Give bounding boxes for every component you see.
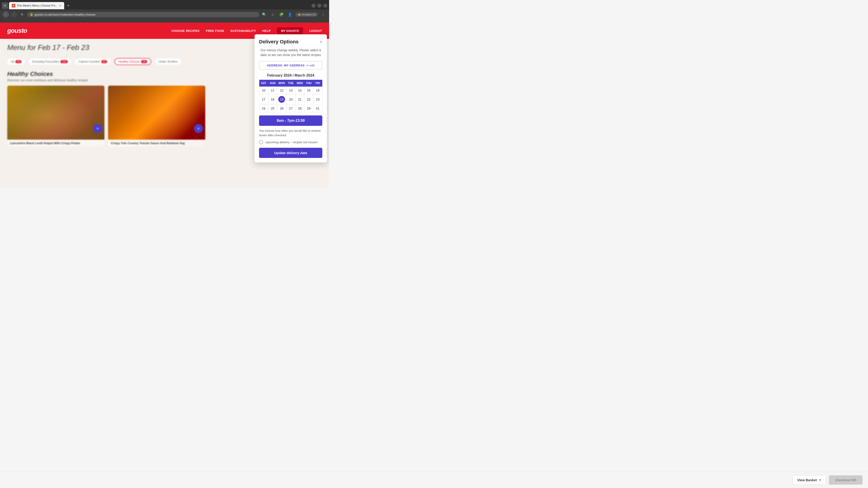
- calendar-header-row: SAT SUN MON TUE WED THU FRI: [259, 80, 322, 87]
- incognito-label: Incognito (2): [302, 13, 315, 16]
- profile-icon[interactable]: 👤: [287, 11, 293, 18]
- forward-button[interactable]: ›: [11, 11, 17, 18]
- bookmark-icon[interactable]: ☆: [270, 11, 276, 18]
- upcoming-text: Upcoming delivery – recipes not chosen: [266, 140, 318, 144]
- tab-switcher[interactable]: ▼: [2, 2, 8, 9]
- back-button[interactable]: ‹: [3, 11, 9, 18]
- browser-controls: ‹ › ↻ 🔒 gousto.co.uk/menu?collection=hea…: [0, 9, 329, 20]
- cal-day-18[interactable]: 18: [268, 94, 277, 105]
- cal-day-29[interactable]: 29: [304, 105, 313, 112]
- cal-day-10[interactable]: 10: [259, 87, 268, 94]
- calendar-row-2: 17 18 19 20 21 22 23: [259, 94, 322, 105]
- browser-icons: 🔍 ☆ 🧩 👤 🕵 Incognito (2) ⋮: [261, 11, 327, 18]
- tab-close-button[interactable]: ✕: [59, 4, 61, 7]
- refresh-button[interactable]: ↻: [19, 11, 25, 18]
- cal-day-13[interactable]: 13: [286, 87, 296, 94]
- tab-title: This Week's Menu | Choose Fro...: [17, 4, 58, 7]
- incognito-badge: 🕵 Incognito (2): [296, 12, 318, 17]
- cal-day-27[interactable]: 27: [286, 105, 296, 112]
- modal-overlay: Delivery Options × Our menus change week…: [0, 23, 329, 188]
- modal-close-button[interactable]: ×: [320, 39, 322, 44]
- address-bar[interactable]: 🔒 gousto.co.uk/menu?collection=healthy-c…: [27, 12, 259, 17]
- url-text: gousto.co.uk/menu?collection=healthy-cho…: [35, 13, 95, 16]
- new-tab-button[interactable]: +: [65, 2, 71, 9]
- cal-header-fri: FRI: [313, 80, 322, 87]
- cal-day-12[interactable]: 12: [277, 87, 286, 94]
- cal-day-01[interactable]: 01: [313, 105, 322, 112]
- close-window-button[interactable]: ✕: [323, 4, 327, 8]
- active-tab[interactable]: G This Week's Menu | Choose Fro... ✕: [9, 2, 64, 9]
- calendar-month: February 2024 / March 2024: [259, 73, 322, 77]
- menu-icon[interactable]: ⋮: [320, 11, 327, 18]
- cal-header-thu: THU: [304, 80, 313, 87]
- cal-day-20[interactable]: 20: [286, 94, 296, 105]
- browser-chrome: ▼ G This Week's Menu | Choose Fro... ✕ +…: [0, 0, 329, 23]
- cal-day-24[interactable]: 24: [259, 105, 268, 112]
- cal-header-wed: WED: [295, 80, 304, 87]
- calendar-grid: SAT SUN MON TUE WED THU FRI 10 11 12 13: [259, 80, 322, 112]
- extensions-icon[interactable]: 🧩: [278, 11, 285, 18]
- search-icon[interactable]: 🔍: [261, 11, 268, 18]
- address-row[interactable]: ADDRESS: MY ADDRESS ✏ edit: [259, 61, 322, 70]
- cal-day-14[interactable]: 14: [295, 87, 304, 94]
- window-controls: ─ □ ✕: [311, 4, 327, 8]
- delivery-info-text: You choose how often you would like to r…: [259, 129, 322, 137]
- time-slot-button[interactable]: 8am - 7pm £3.99: [259, 116, 322, 126]
- cal-day-15[interactable]: 15: [304, 87, 313, 94]
- calendar-row-3: 24 25 26 27 28 29 01: [259, 105, 322, 112]
- delivery-modal: Delivery Options × Our menus change week…: [254, 34, 327, 162]
- edit-address-link[interactable]: ✏ edit: [307, 64, 315, 67]
- cal-day-25[interactable]: 25: [268, 105, 277, 112]
- modal-header: Delivery Options ×: [259, 39, 322, 45]
- upcoming-radio[interactable]: [259, 140, 263, 144]
- cal-header-sat: SAT: [259, 80, 268, 87]
- cal-header-tue: TUE: [286, 80, 296, 87]
- page-content: gousto CHOOSE RECIPES FREE FOOD SUSTAINA…: [0, 23, 329, 188]
- upcoming-row: Upcoming delivery – recipes not chosen: [259, 140, 322, 144]
- tab-favicon: G: [12, 4, 16, 7]
- cal-day-22[interactable]: 22: [304, 94, 313, 105]
- cal-day-28[interactable]: 28: [295, 105, 304, 112]
- cal-day-11[interactable]: 11: [268, 87, 277, 94]
- browser-tabs: ▼ G This Week's Menu | Choose Fro... ✕ +…: [0, 0, 329, 9]
- modal-title: Delivery Options: [259, 39, 299, 45]
- calendar-row-1: 10 11 12 13 14 15 16: [259, 87, 322, 94]
- cal-header-mon: MON: [277, 80, 286, 87]
- cal-day-19-selected[interactable]: 19: [277, 94, 286, 105]
- lock-icon: 🔒: [30, 13, 33, 16]
- minimize-button[interactable]: ─: [311, 4, 315, 8]
- cal-day-17[interactable]: 17: [259, 94, 268, 105]
- address-text: ADDRESS: MY ADDRESS: [267, 64, 305, 67]
- tab-group: ▼ G This Week's Menu | Choose Fro... ✕ +: [2, 2, 71, 9]
- cal-day-16[interactable]: 16: [313, 87, 322, 94]
- maximize-button[interactable]: □: [317, 4, 321, 8]
- modal-description: Our menus change weekly. Please select a…: [259, 48, 322, 57]
- cal-day-23[interactable]: 23: [313, 94, 322, 105]
- cal-day-21[interactable]: 21: [295, 94, 304, 105]
- cal-header-sun: SUN: [268, 80, 277, 87]
- update-delivery-button[interactable]: Update delivery date: [259, 148, 322, 158]
- cal-day-26[interactable]: 26: [277, 105, 286, 112]
